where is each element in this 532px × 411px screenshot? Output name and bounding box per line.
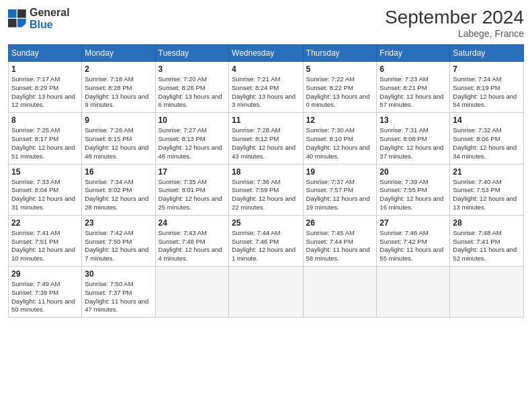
calendar-cell: 10Sunrise: 7:27 AMSunset: 8:13 PMDayligh…	[155, 113, 229, 164]
calendar-cell: 1Sunrise: 7:17 AMSunset: 8:29 PMDaylight…	[9, 62, 82, 113]
calendar-cell: 16Sunrise: 7:34 AMSunset: 8:02 PMDayligh…	[82, 164, 155, 215]
day-number: 9	[85, 116, 152, 125]
calendar-cell	[303, 267, 377, 318]
calendar-cell: 6Sunrise: 7:23 AMSunset: 8:21 PMDaylight…	[377, 62, 450, 113]
day-info: Sunrise: 7:17 AMSunset: 8:29 PMDaylight:…	[11, 75, 79, 109]
day-info: Sunrise: 7:18 AMSunset: 8:28 PMDaylight:…	[85, 75, 152, 109]
day-number: 13	[380, 116, 447, 125]
day-info: Sunrise: 7:44 AMSunset: 7:46 PMDaylight:…	[232, 229, 300, 263]
day-info: Sunrise: 7:43 AMSunset: 7:48 PMDaylight:…	[159, 229, 226, 263]
day-info: Sunrise: 7:31 AMSunset: 8:08 PMDaylight:…	[380, 126, 447, 161]
svg-rect-1	[17, 9, 26, 18]
weekday-header: Sunday	[9, 45, 82, 62]
day-number: 8	[11, 116, 79, 125]
day-info: Sunrise: 7:50 AMSunset: 7:37 PMDaylight:…	[85, 280, 152, 314]
calendar-cell: 13Sunrise: 7:31 AMSunset: 8:08 PMDayligh…	[377, 113, 450, 164]
svg-rect-0	[8, 9, 17, 18]
day-info: Sunrise: 7:37 AMSunset: 7:57 PMDaylight:…	[306, 178, 374, 212]
day-number: 3	[159, 64, 226, 74]
day-number: 16	[85, 167, 152, 177]
day-number: 28	[453, 218, 521, 228]
day-number: 29	[11, 269, 79, 279]
calendar-week-row: 15Sunrise: 7:33 AMSunset: 8:04 PMDayligh…	[9, 164, 524, 215]
calendar-cell	[450, 267, 524, 318]
day-info: Sunrise: 7:36 AMSunset: 7:59 PMDaylight:…	[232, 178, 300, 212]
header: General Blue September 2024 Labege, Fran…	[8, 7, 524, 39]
day-number: 4	[232, 64, 300, 74]
day-number: 15	[11, 167, 79, 177]
day-info: Sunrise: 7:23 AMSunset: 8:21 PMDaylight:…	[380, 75, 447, 109]
logo-icon	[8, 9, 27, 28]
calendar-cell	[155, 267, 229, 318]
day-info: Sunrise: 7:45 AMSunset: 7:44 PMDaylight:…	[306, 229, 374, 263]
logo: General Blue	[8, 7, 70, 30]
day-info: Sunrise: 7:21 AMSunset: 8:24 PMDaylight:…	[232, 75, 300, 109]
day-info: Sunrise: 7:25 AMSunset: 8:17 PMDaylight:…	[11, 126, 79, 161]
calendar-week-row: 1Sunrise: 7:17 AMSunset: 8:29 PMDaylight…	[9, 62, 524, 113]
day-number: 1	[11, 64, 79, 74]
page-container: General Blue September 2024 Labege, Fran…	[0, 0, 532, 324]
calendar-cell: 7Sunrise: 7:24 AMSunset: 8:19 PMDaylight…	[450, 62, 524, 113]
calendar-cell: 25Sunrise: 7:44 AMSunset: 7:46 PMDayligh…	[229, 215, 304, 266]
calendar-header-row: SundayMondayTuesdayWednesdayThursdayFrid…	[9, 45, 524, 62]
day-info: Sunrise: 7:33 AMSunset: 8:04 PMDaylight:…	[11, 178, 79, 212]
weekday-header: Saturday	[450, 45, 524, 62]
day-number: 30	[85, 269, 152, 279]
day-info: Sunrise: 7:24 AMSunset: 8:19 PMDaylight:…	[453, 75, 521, 109]
location: Labege, France	[385, 28, 524, 39]
weekday-header: Wednesday	[229, 45, 304, 62]
calendar-cell: 26Sunrise: 7:45 AMSunset: 7:44 PMDayligh…	[303, 215, 377, 266]
calendar-week-row: 22Sunrise: 7:41 AMSunset: 7:51 PMDayligh…	[9, 215, 524, 266]
calendar-cell: 15Sunrise: 7:33 AMSunset: 8:04 PMDayligh…	[9, 164, 82, 215]
calendar-cell: 9Sunrise: 7:26 AMSunset: 8:15 PMDaylight…	[82, 113, 155, 164]
calendar-week-row: 8Sunrise: 7:25 AMSunset: 8:17 PMDaylight…	[9, 113, 524, 164]
calendar-cell: 4Sunrise: 7:21 AMSunset: 8:24 PMDaylight…	[229, 62, 304, 113]
day-number: 21	[453, 167, 521, 177]
day-info: Sunrise: 7:26 AMSunset: 8:15 PMDaylight:…	[85, 126, 152, 161]
logo-text: General Blue	[30, 7, 70, 30]
day-number: 2	[85, 64, 152, 74]
day-info: Sunrise: 7:46 AMSunset: 7:42 PMDaylight:…	[380, 229, 447, 263]
day-number: 5	[306, 64, 374, 74]
svg-rect-2	[8, 19, 17, 28]
calendar-cell: 23Sunrise: 7:42 AMSunset: 7:50 PMDayligh…	[82, 215, 155, 266]
day-number: 11	[232, 116, 300, 125]
day-number: 27	[380, 218, 447, 228]
day-number: 26	[306, 218, 374, 228]
day-number: 23	[85, 218, 152, 228]
day-number: 14	[453, 116, 521, 125]
day-number: 19	[306, 167, 374, 177]
weekday-header: Friday	[377, 45, 450, 62]
calendar-cell: 28Sunrise: 7:48 AMSunset: 7:41 PMDayligh…	[450, 215, 524, 266]
calendar-cell: 11Sunrise: 7:28 AMSunset: 8:12 PMDayligh…	[229, 113, 304, 164]
day-number: 12	[306, 116, 374, 125]
day-number: 18	[232, 167, 300, 177]
calendar-cell: 3Sunrise: 7:20 AMSunset: 8:26 PMDaylight…	[155, 62, 229, 113]
day-number: 6	[380, 64, 447, 74]
day-number: 22	[11, 218, 79, 228]
day-info: Sunrise: 7:40 AMSunset: 7:53 PMDaylight:…	[453, 178, 521, 212]
calendar-cell: 14Sunrise: 7:32 AMSunset: 8:06 PMDayligh…	[450, 113, 524, 164]
day-number: 17	[159, 167, 226, 177]
calendar-week-row: 29Sunrise: 7:49 AMSunset: 7:39 PMDayligh…	[9, 267, 524, 318]
day-info: Sunrise: 7:22 AMSunset: 8:22 PMDaylight:…	[306, 75, 374, 109]
title-block: September 2024 Labege, France	[385, 7, 524, 39]
svg-marker-3	[17, 19, 26, 28]
calendar-cell: 5Sunrise: 7:22 AMSunset: 8:22 PMDaylight…	[303, 62, 377, 113]
calendar-cell: 29Sunrise: 7:49 AMSunset: 7:39 PMDayligh…	[9, 267, 82, 318]
calendar-cell: 20Sunrise: 7:39 AMSunset: 7:55 PMDayligh…	[377, 164, 450, 215]
calendar-cell: 8Sunrise: 7:25 AMSunset: 8:17 PMDaylight…	[9, 113, 82, 164]
day-info: Sunrise: 7:42 AMSunset: 7:50 PMDaylight:…	[85, 229, 152, 263]
calendar-cell: 22Sunrise: 7:41 AMSunset: 7:51 PMDayligh…	[9, 215, 82, 266]
weekday-header: Monday	[82, 45, 155, 62]
calendar-cell: 2Sunrise: 7:18 AMSunset: 8:28 PMDaylight…	[82, 62, 155, 113]
calendar-cell: 19Sunrise: 7:37 AMSunset: 7:57 PMDayligh…	[303, 164, 377, 215]
day-info: Sunrise: 7:48 AMSunset: 7:41 PMDaylight:…	[453, 229, 521, 263]
day-info: Sunrise: 7:49 AMSunset: 7:39 PMDaylight:…	[11, 280, 79, 314]
calendar-cell: 30Sunrise: 7:50 AMSunset: 7:37 PMDayligh…	[82, 267, 155, 318]
day-number: 24	[159, 218, 226, 228]
day-number: 25	[232, 218, 300, 228]
calendar-cell: 18Sunrise: 7:36 AMSunset: 7:59 PMDayligh…	[229, 164, 304, 215]
day-info: Sunrise: 7:39 AMSunset: 7:55 PMDaylight:…	[380, 178, 447, 212]
day-info: Sunrise: 7:32 AMSunset: 8:06 PMDaylight:…	[453, 126, 521, 161]
